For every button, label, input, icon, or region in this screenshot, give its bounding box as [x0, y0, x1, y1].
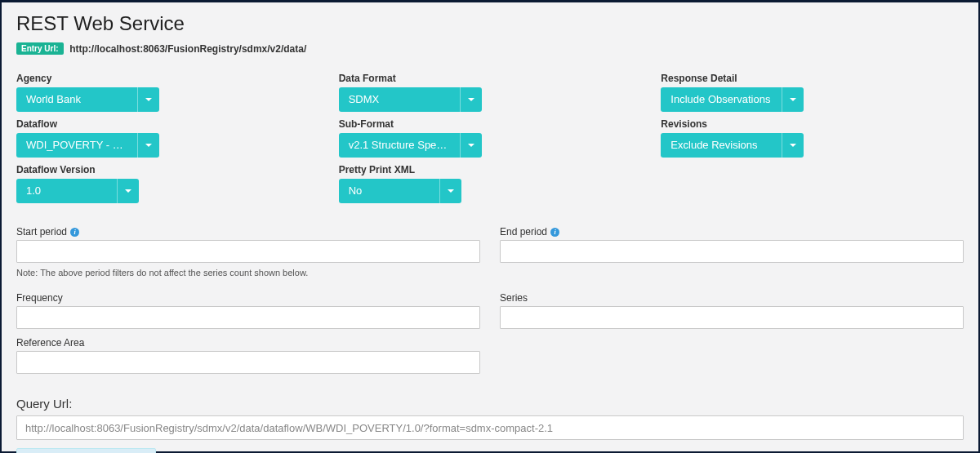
- data-format-value[interactable]: SDMX: [339, 87, 461, 112]
- entry-url-label: Entry Url:: [16, 42, 64, 55]
- response-detail-label: Response Detail: [661, 73, 964, 84]
- query-url-input[interactable]: [16, 415, 964, 440]
- reference-area-input[interactable]: [16, 351, 480, 374]
- caret-down-icon[interactable]: [782, 133, 804, 158]
- page-title: REST Web Service: [16, 12, 964, 35]
- caret-down-icon[interactable]: [440, 179, 461, 203]
- series-count-badge: 253 Series match current query: [16, 448, 156, 453]
- sub-format-dropdown[interactable]: v2.1 Structure Specific: [339, 133, 482, 158]
- caret-down-icon[interactable]: [138, 87, 159, 112]
- end-period-text: End period: [500, 226, 547, 238]
- data-format-label: Data Format: [339, 73, 642, 84]
- agency-dropdown-value[interactable]: World Bank: [16, 87, 138, 112]
- data-format-dropdown[interactable]: SDMX: [339, 87, 482, 112]
- info-icon[interactable]: i: [550, 228, 559, 237]
- period-note: Note: The above period filters do not af…: [16, 268, 480, 278]
- dataflow-version-value[interactable]: 1.0: [16, 179, 118, 203]
- entry-url-value: http://localhost:8063/FusionRegistry/sdm…: [69, 43, 306, 55]
- caret-down-icon[interactable]: [118, 179, 139, 203]
- dataflow-dropdown[interactable]: WDI_POVERTY - Poverty: [16, 133, 159, 158]
- series-label: Series: [500, 292, 964, 304]
- caret-down-icon[interactable]: [138, 133, 159, 158]
- dataflow-dropdown-value[interactable]: WDI_POVERTY - Poverty: [16, 133, 138, 158]
- start-period-text: Start period: [16, 226, 67, 238]
- start-period-input[interactable]: [16, 240, 480, 263]
- frequency-label: Frequency: [16, 292, 480, 304]
- revisions-dropdown[interactable]: Exclude Revisions: [661, 133, 804, 158]
- caret-down-icon[interactable]: [461, 87, 482, 112]
- dataflow-version-dropdown[interactable]: 1.0: [16, 179, 139, 203]
- caret-down-icon[interactable]: [782, 87, 804, 112]
- caret-down-icon[interactable]: [461, 133, 482, 158]
- sub-format-value[interactable]: v2.1 Structure Specific: [339, 133, 461, 158]
- pretty-print-label: Pretty Print XML: [339, 164, 642, 175]
- dataflow-version-label: Dataflow Version: [16, 164, 319, 175]
- series-input[interactable]: [500, 306, 964, 329]
- reference-area-label: Reference Area: [16, 337, 480, 349]
- query-url-label: Query Url:: [16, 397, 964, 411]
- revisions-value[interactable]: Exclude Revisions: [661, 133, 782, 158]
- end-period-label: End period i: [500, 226, 964, 238]
- agency-dropdown[interactable]: World Bank: [16, 87, 159, 112]
- agency-label: Agency: [16, 73, 319, 84]
- start-period-label: Start period i: [16, 226, 480, 238]
- entry-url-row: Entry Url: http://localhost:8063/FusionR…: [16, 42, 964, 55]
- end-period-input[interactable]: [500, 240, 964, 263]
- sub-format-label: Sub-Format: [339, 118, 642, 130]
- response-detail-value[interactable]: Include Observations: [661, 87, 782, 112]
- dataflow-label: Dataflow: [16, 118, 319, 130]
- frequency-input[interactable]: [16, 306, 480, 329]
- pretty-print-dropdown[interactable]: No: [339, 179, 461, 203]
- pretty-print-value[interactable]: No: [339, 179, 440, 203]
- response-detail-dropdown[interactable]: Include Observations: [661, 87, 804, 112]
- info-icon[interactable]: i: [70, 228, 79, 237]
- revisions-label: Revisions: [661, 118, 964, 130]
